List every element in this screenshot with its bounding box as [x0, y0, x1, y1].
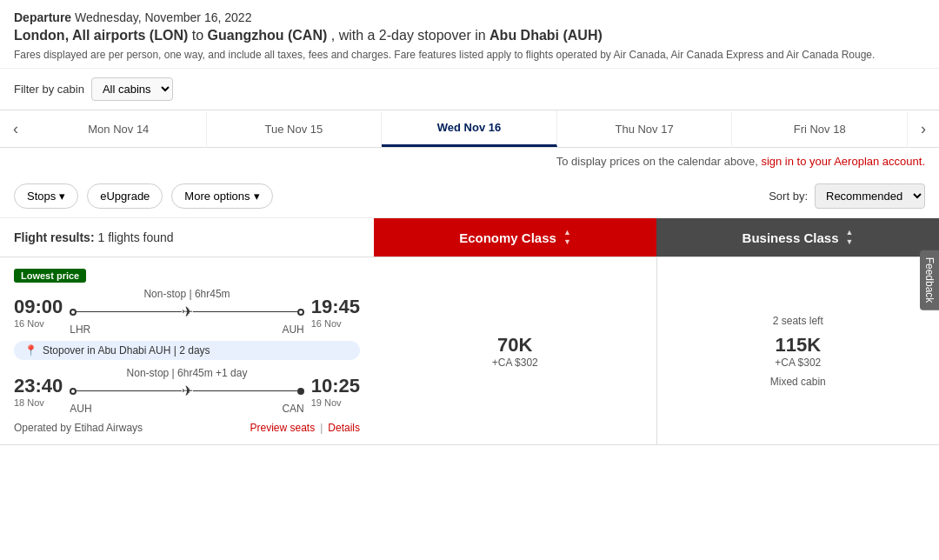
sort-section: Sort by: Recommended: [769, 183, 925, 209]
business-points: 115K: [775, 334, 821, 357]
more-options-chevron-icon: ▾: [254, 190, 260, 203]
aeroplan-notice-prefix: To display prices on the calendar above,: [556, 155, 762, 168]
stopover-text: Stopover in Abu Dhabi AUH | 2 days: [43, 344, 210, 357]
leg1-airports: LHR AUH: [70, 323, 303, 336]
sort-select[interactable]: Recommended: [815, 183, 925, 209]
calendar-day-2[interactable]: Wed Nov 16: [382, 110, 557, 147]
route-origin: London, All airports (LON): [14, 28, 188, 43]
details-link[interactable]: Details: [328, 422, 360, 434]
economy-arrow-up: ▲: [563, 229, 571, 237]
route-destination: Guangzhou (CAN): [208, 28, 328, 43]
leg2-line: ✈: [70, 383, 303, 399]
eupgrade-label: eUpgrade: [100, 190, 150, 203]
mixed-cabin: Mixed cabin: [770, 376, 826, 388]
leg2-flight-line: [77, 390, 181, 391]
stops-label: Stops: [27, 190, 56, 203]
plane-icon: ✈: [182, 303, 193, 320]
feedback-tab[interactable]: Feedback: [920, 250, 939, 310]
leg2-dest-dot: [297, 388, 304, 395]
departure-label: Departure: [14, 10, 71, 24]
leg2-flight-line2: [193, 390, 297, 391]
leg2-dest-code: CAN: [282, 403, 303, 415]
preview-seats-link[interactable]: Preview seats: [250, 422, 315, 434]
business-price-cell[interactable]: 2 seats left 115K +CA $302 Mixed cabin: [657, 257, 940, 444]
leg2-origin-dot: [70, 388, 77, 395]
leg2-depart-time: 23:40: [14, 375, 63, 397]
leg2-depart: 23:40 18 Nov: [14, 375, 63, 408]
filter-bar: Filter by cabin All cabins: [0, 69, 939, 110]
calendar-prev-arrow[interactable]: ‹: [0, 111, 31, 147]
leg2-depart-date: 18 Nov: [14, 397, 63, 408]
more-options-button[interactable]: More options ▾: [171, 183, 272, 209]
lowest-price-badge: Lowest price: [14, 269, 86, 283]
economy-arrow-down: ▼: [563, 238, 571, 246]
header-section: Departure Wednesday, November 16, 2022 L…: [0, 0, 939, 69]
aeroplan-notice: To display prices on the calendar above,…: [0, 148, 939, 175]
leg1-times: 09:00 16 Nov Non-stop | 6hr45m ✈ LHR AUH: [14, 288, 360, 336]
flight-results-count: 1 flights found: [97, 230, 173, 244]
leg2-arrive: 10:25 19 Nov: [311, 375, 360, 408]
leg1-dest-dot: [297, 309, 304, 316]
leg1-arrive: 19:45 16 Nov: [311, 296, 360, 329]
calendar-next-arrow[interactable]: ›: [908, 111, 939, 147]
leg1-flight-line: [77, 311, 181, 312]
route-to: to: [192, 28, 208, 43]
departure-date: Wednesday, November 16, 2022: [75, 10, 251, 24]
route-stopover: Abu Dhabi (AUH): [489, 28, 603, 43]
economy-points: 70K: [497, 334, 532, 357]
stops-button[interactable]: Stops ▾: [14, 183, 78, 209]
leg2-duration: Non-stop | 6hr45m +1 day: [70, 367, 303, 379]
business-sort-arrows: ▲ ▼: [845, 229, 853, 246]
business-arrow-down: ▼: [845, 238, 853, 246]
leg2-middle: Non-stop | 6hr45m +1 day ✈ AUH CAN: [70, 367, 303, 415]
business-class-tab[interactable]: Business Class ▲ ▼: [656, 218, 939, 257]
leg1-flight-line2: [193, 311, 297, 312]
leg1-depart-date: 16 Nov: [14, 318, 63, 329]
economy-class-tab[interactable]: Economy Class ▲ ▼: [374, 218, 656, 257]
eupgrade-button[interactable]: eUpgrade: [87, 183, 163, 209]
economy-price-cell[interactable]: 70K +CA $302: [374, 257, 657, 444]
leg1-arrive-date: 16 Nov: [311, 318, 360, 329]
leg2-airports: AUH CAN: [70, 403, 303, 415]
filters-row: Stops ▾ eUpgrade More options ▾ Sort by:…: [0, 175, 939, 218]
departure-line: Departure Wednesday, November 16, 2022: [14, 10, 925, 24]
calendar-day-3[interactable]: Thu Nov 17: [557, 112, 733, 146]
calendar-day-4[interactable]: Fri Nov 18: [732, 112, 908, 146]
flight-results-text: Flight results:: [14, 230, 95, 244]
leg2-arrive-time: 10:25: [311, 375, 360, 397]
route-line: London, All airports (LON) to Guangzhou …: [14, 28, 925, 43]
leg1-duration: Non-stop | 6hr45m: [70, 288, 303, 300]
leg1-origin-dot: [70, 309, 77, 316]
leg1-depart: 09:00 16 Nov: [14, 296, 63, 329]
stops-chevron-icon: ▾: [59, 190, 65, 203]
results-header: Flight results: 1 flights found Economy …: [0, 218, 939, 257]
airline-row: Operated by Etihad Airways Preview seats…: [14, 422, 360, 434]
economy-tab-label: Economy Class: [459, 230, 556, 245]
leg1-line: ✈: [70, 303, 303, 320]
business-arrow-up: ▲: [845, 229, 853, 237]
results-label: Flight results: 1 flights found: [0, 218, 374, 257]
cabin-select[interactable]: All cabins: [91, 77, 173, 101]
leg2-origin-code: AUH: [70, 403, 91, 415]
seats-left: 2 seats left: [773, 315, 823, 327]
leg1-dest-code: AUH: [282, 323, 303, 336]
aeroplan-signin-link[interactable]: sign in to your Aeroplan account.: [761, 155, 925, 168]
badge-row: Lowest price: [14, 268, 360, 283]
stopover-bar: 📍 Stopover in Abu Dhabi AUH | 2 days: [14, 341, 360, 360]
calendar-day-0[interactable]: Mon Nov 14: [31, 112, 207, 146]
airline-links: Preview seats | Details: [250, 422, 360, 434]
calendar-nav: ‹ Mon Nov 14 Tue Nov 15 Wed Nov 16 Thu N…: [0, 110, 939, 148]
route-stopover-prefix: , with a 2-day stopover in: [331, 28, 489, 43]
pipe-divider: |: [320, 422, 323, 434]
more-options-label: More options: [184, 190, 250, 203]
business-cash: +CA $302: [775, 357, 821, 369]
calendar-day-1[interactable]: Tue Nov 15: [207, 112, 383, 146]
leg2-arrive-date: 19 Nov: [311, 397, 360, 408]
leg1-arrive-time: 19:45: [311, 296, 360, 318]
plane-icon-2: ✈: [182, 383, 193, 399]
cabin-filter-label: Filter by cabin: [14, 83, 84, 96]
leg2: 23:40 18 Nov Non-stop | 6hr45m +1 day ✈ …: [14, 367, 360, 415]
leg1-depart-time: 09:00: [14, 296, 63, 318]
business-tab-label: Business Class: [743, 230, 839, 245]
economy-sort-arrows: ▲ ▼: [563, 229, 571, 246]
